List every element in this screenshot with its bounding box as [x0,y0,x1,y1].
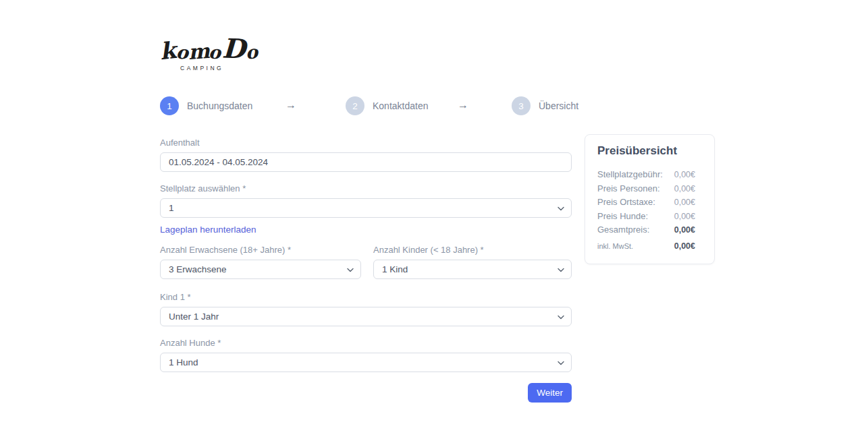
price-row-value: 0,00€ [674,210,695,224]
booking-stepper: 1 Buchungsdaten → 2 Kontaktdaten → 3 Übe… [160,96,592,115]
price-row-personen: Preis Personen: 0,00€ [597,182,695,196]
erwachsene-label: Anzahl Erwachsene (18+ Jahre) * [160,245,361,255]
price-row-gesamtpreis: Gesamtpreis: 0,00€ [597,223,695,237]
step-number-badge: 1 [160,96,179,115]
price-summary-panel: Preisübersicht Stellplatzgebühr: 0,00€ P… [585,134,715,264]
stepper-arrow-icon: → [286,99,296,111]
logo-letter: o [245,42,259,61]
erwachsene-field: Anzahl Erwachsene (18+ Jahre) * 3 Erwach… [160,245,361,279]
stellplatz-label: Stellplatz auswählen * [160,183,572,194]
price-row-label: inkl. MwSt. [597,240,633,254]
hunde-select[interactable]: 1 Hund [160,353,572,372]
erwachsene-select[interactable]: 3 Erwachsene [160,260,361,279]
step-label: Buchungsdaten [187,100,252,111]
logo-wordmark: k o m o D o [160,35,258,62]
step-label: Kontaktdaten [373,100,429,111]
price-row-label: Preis Hunde: [597,210,648,223]
logo-letter: o [209,43,221,62]
logo-letter: o [175,42,189,61]
komodo-logo: k o m o D o CAMPING [160,35,258,71]
kind1-label: Kind 1 * [160,292,572,302]
aufenthalt-date-range-input[interactable] [160,152,572,172]
logo-letter: k [159,38,177,63]
price-row-stellplatzgebuehr: Stellplatzgebühr: 0,00€ [597,168,695,182]
kinder-field: Anzahl Kinder (< 18 Jahre) * 1 Kind [373,245,572,279]
price-panel-title: Preisübersicht [597,144,695,158]
price-row-mwst: inkl. MwSt. 0,00€ [597,240,695,254]
logo-letter: m [188,41,210,63]
kinder-select[interactable]: 1 Kind [373,260,572,279]
hunde-label: Anzahl Hunde * [160,338,572,348]
booking-page: k o m o D o CAMPING 1 Buchungsdaten → 2 … [0,0,868,445]
price-row-label: Stellplatzgebühr: [597,168,663,181]
stepper-arrow-icon: → [458,99,468,111]
step-kontaktdaten[interactable]: 2 Kontaktdaten [346,96,429,115]
price-row-ortstaxe: Preis Ortstaxe: 0,00€ [597,196,695,210]
step-number-badge: 3 [512,96,531,115]
weiter-button[interactable]: Weiter [528,383,572,403]
price-row-label: Gesamtpreis: [597,223,649,237]
booking-form: Aufenthalt Stellplatz auswählen * 1 Lage… [160,133,572,403]
lageplan-download-link[interactable]: Lageplan herunterladen [160,225,256,235]
logo-letter: D [222,34,246,62]
logo-subtitle: CAMPING [180,65,258,71]
price-row-value: 0,00€ [674,183,695,196]
price-row-label: Preis Personen: [597,182,660,196]
step-label: Übersicht [539,100,578,111]
price-row-value: 0,00€ [674,224,695,237]
price-row-label: Preis Ortstaxe: [597,196,655,209]
step-buchungsdaten[interactable]: 1 Buchungsdaten [160,96,252,115]
step-uebersicht[interactable]: 3 Übersicht [512,96,578,115]
price-row-value: 0,00€ [674,240,695,254]
step-number-badge: 2 [346,96,364,115]
kind1-age-select[interactable]: Unter 1 Jahr [160,307,572,326]
stellplatz-select[interactable]: 1 [160,198,572,218]
price-row-value: 0,00€ [674,169,695,182]
kinder-label: Anzahl Kinder (< 18 Jahre) * [373,245,572,255]
aufenthalt-label: Aufenthalt [160,138,572,148]
price-row-value: 0,00€ [674,196,695,210]
price-row-hunde: Preis Hunde: 0,00€ [597,210,695,224]
